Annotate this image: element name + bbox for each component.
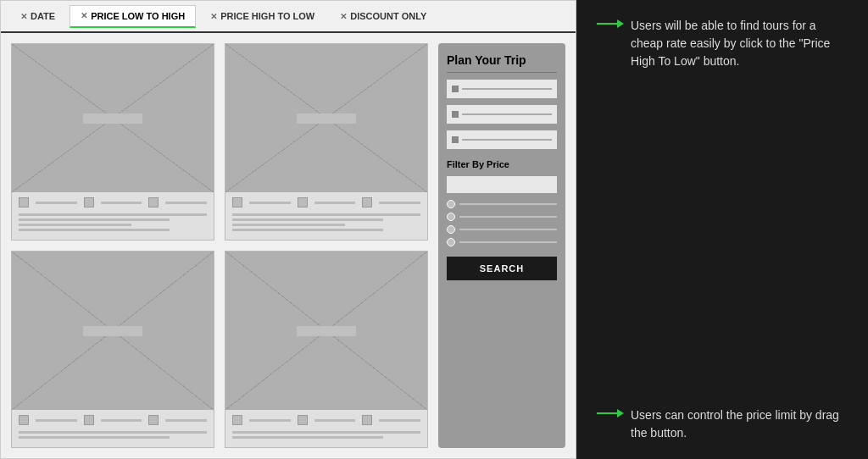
card-2-footer <box>225 192 427 240</box>
radio-item-2[interactable] <box>447 213 557 221</box>
input-1-icon <box>452 86 459 92</box>
annotation-arrow-1 <box>597 19 624 28</box>
radio-circle-1 <box>447 200 455 208</box>
card-4[interactable] <box>225 251 428 448</box>
input-1-line <box>462 88 552 90</box>
tab-price-high[interactable]: ✕ PRICE HIGH TO LOW <box>199 5 326 27</box>
annotation-row-2: Users can control the price limit by dra… <box>597 406 848 442</box>
tab-discount-label: DISCOUNT ONLY <box>350 11 426 21</box>
card-1-text-2 <box>19 218 170 221</box>
card-2-icons <box>232 197 420 207</box>
card-4-image <box>225 252 427 410</box>
card-4-icon-2 <box>298 415 308 425</box>
wireframe-panel: ✕ DATE ✕ PRICE LOW TO HIGH ✕ PRICE HIGH … <box>0 0 576 459</box>
card-4-line-1 <box>249 419 291 422</box>
input-3-icon <box>452 136 459 143</box>
arrow-line-1 <box>597 23 617 25</box>
card-1-line-2 <box>101 202 142 204</box>
annotation-text-2: Users can control the price limit by dra… <box>631 406 848 442</box>
tab-date-icon: ✕ <box>20 12 27 21</box>
card-2-text-2 <box>232 218 383 221</box>
search-button[interactable]: SEARCH <box>447 257 557 280</box>
card-1-icon-3 <box>148 197 159 207</box>
card-4-footer <box>225 410 427 447</box>
annotation-panel: Users will be able to find tours for a c… <box>576 0 868 459</box>
sidebar-input-1[interactable] <box>447 80 557 98</box>
card-1-text-4 <box>19 229 170 231</box>
card-1-image <box>12 44 214 192</box>
tab-discount-icon: ✕ <box>340 12 347 21</box>
card-3-image <box>12 252 214 410</box>
card-1-text-3 <box>19 224 131 226</box>
card-3-text-1 <box>19 431 207 434</box>
arrow-head-1 <box>617 19 624 28</box>
card-3-image-label <box>83 326 142 336</box>
card-3-icons <box>19 415 207 425</box>
card-3-icon-2 <box>84 415 94 425</box>
sidebar-title: Plan Your Trip <box>447 53 557 73</box>
radio-item-1[interactable] <box>447 200 557 208</box>
card-1[interactable] <box>11 43 214 241</box>
radio-line-1 <box>459 203 557 205</box>
card-2-image <box>225 44 427 192</box>
card-2[interactable] <box>225 43 428 241</box>
annotation-text-1: Users will be able to find tours for a c… <box>631 17 848 70</box>
card-1-icon-2 <box>84 197 94 207</box>
card-4-text-1 <box>232 431 420 434</box>
card-2-icon-1 <box>232 197 242 207</box>
radio-circle-2 <box>447 213 455 221</box>
sidebar-input-3[interactable] <box>447 130 557 149</box>
card-3-line-1 <box>36 419 77 422</box>
card-2-icon-2 <box>298 197 308 207</box>
input-2-line <box>462 113 552 115</box>
card-3-footer <box>12 410 214 447</box>
input-2-icon <box>452 111 459 118</box>
card-1-footer <box>12 192 214 240</box>
card-4-text <box>232 428 420 442</box>
tab-price-low-icon: ✕ <box>81 11 87 20</box>
card-2-text <box>232 210 420 235</box>
card-4-icon-3 <box>362 415 372 425</box>
tab-price-high-label: PRICE HIGH TO LOW <box>220 11 314 21</box>
tab-bar: ✕ DATE ✕ PRICE LOW TO HIGH ✕ PRICE HIGH … <box>1 1 576 33</box>
arrow-head-2 <box>617 409 624 418</box>
tab-price-low[interactable]: ✕ PRICE LOW TO HIGH <box>70 5 196 28</box>
card-4-icons <box>232 415 420 425</box>
card-2-line-1 <box>249 202 291 204</box>
annotation-block-1: Users will be able to find tours for a c… <box>597 17 848 70</box>
radio-item-3[interactable] <box>447 225 557 234</box>
tab-date-label: DATE <box>31 11 55 21</box>
arrow-line-2 <box>597 412 617 414</box>
radio-line-4 <box>459 241 557 243</box>
card-4-image-label <box>297 326 356 336</box>
card-2-line-3 <box>379 202 420 204</box>
card-1-image-label <box>83 113 142 124</box>
card-2-text-3 <box>232 224 345 226</box>
card-4-line-3 <box>379 419 420 422</box>
tab-date[interactable]: ✕ DATE <box>9 5 66 27</box>
sidebar-input-2[interactable] <box>447 105 557 124</box>
card-2-line-2 <box>314 202 356 204</box>
tab-price-low-label: PRICE LOW TO HIGH <box>91 11 185 21</box>
radio-line-3 <box>459 229 557 230</box>
radio-circle-4 <box>447 238 455 246</box>
card-3-icon-1 <box>19 415 29 425</box>
card-1-text <box>19 210 207 235</box>
main-content: Plan Your Trip Filter By Price <box>1 33 576 458</box>
radio-circle-3 <box>447 225 455 234</box>
radio-item-4[interactable] <box>447 238 557 246</box>
card-2-text-1 <box>232 213 420 216</box>
input-3-line <box>462 139 552 141</box>
price-slider[interactable] <box>447 176 557 193</box>
card-3-line-3 <box>165 419 207 422</box>
cards-grid <box>11 43 428 448</box>
card-3-icon-3 <box>148 415 159 425</box>
tab-price-high-icon: ✕ <box>210 12 217 21</box>
card-3-text <box>19 428 207 442</box>
card-3[interactable] <box>11 251 214 448</box>
card-1-line-3 <box>165 202 207 204</box>
card-2-icon-3 <box>362 197 372 207</box>
tab-discount[interactable]: ✕ DISCOUNT ONLY <box>329 5 437 27</box>
card-1-line-1 <box>36 202 77 204</box>
annotation-arrow-2 <box>597 409 624 418</box>
